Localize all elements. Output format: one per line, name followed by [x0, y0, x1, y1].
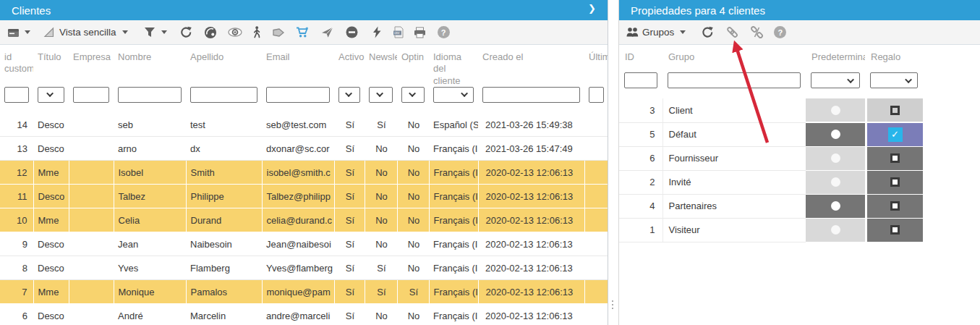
group-name-filter-input[interactable]	[668, 72, 801, 88]
help-icon[interactable]: ?	[774, 26, 786, 38]
filter-caret-icon[interactable]	[161, 30, 167, 34]
col-newsletter[interactable]: Newsle	[365, 45, 397, 87]
client-row[interactable]: 10MmeCeliaDurandcelia@durand.cSíNoNoFran…	[0, 208, 608, 232]
col-firstname[interactable]: Nombre	[114, 45, 186, 87]
newsletter-filter-select[interactable]	[369, 87, 393, 103]
send-icon[interactable]	[320, 25, 335, 40]
cell-company	[69, 280, 114, 304]
view-mode-label[interactable]: Vista sencilla	[59, 27, 116, 38]
view-mode-caret-icon[interactable]	[122, 30, 128, 34]
refresh-icon[interactable]	[179, 25, 193, 40]
col-gift[interactable]: Regalo	[865, 45, 923, 72]
minus-circle-icon[interactable]	[345, 25, 359, 40]
gift-checkbox[interactable]: ✓	[867, 123, 923, 146]
col-optin[interactable]: Optin	[397, 45, 429, 87]
col-id[interactable]: id custom	[0, 45, 33, 87]
cell-last-name: Durand	[186, 208, 262, 232]
default-group-radio[interactable]	[806, 171, 865, 194]
property-mode-label[interactable]: Grupos	[642, 27, 674, 38]
col-title[interactable]: Título	[33, 45, 69, 87]
globe-icon[interactable]	[203, 25, 218, 40]
col-lastconn[interactable]: Últim	[584, 45, 608, 87]
default-group-radio[interactable]	[806, 195, 865, 218]
group-row[interactable]: 5Défaut✓	[619, 122, 923, 146]
id-filter-input[interactable]	[4, 87, 29, 103]
col-created[interactable]: Creado el	[478, 45, 584, 87]
client-row[interactable]: 8DescoYvesFlambergYves@flambergSíSíNoFra…	[0, 256, 608, 280]
cell-created: 2020-02-13 12:06:13	[478, 256, 584, 280]
eye-icon[interactable]	[228, 25, 242, 40]
default-group-radio[interactable]	[806, 123, 865, 146]
cell-last-conn	[584, 256, 608, 280]
gift-checkbox[interactable]	[867, 195, 923, 218]
col-company[interactable]: Empresa	[69, 45, 114, 87]
link-icon[interactable]	[725, 25, 739, 40]
col-lastname[interactable]: Apellido	[186, 45, 262, 87]
default-group-radio[interactable]	[806, 98, 865, 122]
group-row[interactable]: 3Client	[619, 98, 923, 122]
refresh-icon[interactable]	[700, 25, 715, 40]
cell-group-name: Fournisseur	[662, 146, 806, 170]
client-row[interactable]: 12MmeIsobelSmithisobel@smith.cSíNoNoFran…	[0, 161, 608, 185]
company-filter-input[interactable]	[73, 87, 109, 103]
title-filter-select[interactable]	[38, 87, 64, 103]
client-row[interactable]: 6DescoAndréMarcelinandre@marceliSíNoNoFr…	[0, 304, 608, 325]
grid-menu-icon[interactable]	[6, 25, 20, 40]
lastname-filter-input[interactable]	[190, 87, 257, 103]
group-row[interactable]: 1Visiteur	[619, 218, 923, 242]
tag-icon[interactable]	[271, 25, 286, 40]
default-group-radio[interactable]	[806, 147, 865, 170]
lastconn-filter-input[interactable]	[589, 87, 604, 103]
cell-language: Français (I	[429, 185, 478, 208]
print-icon[interactable]	[413, 25, 427, 40]
optin-filter-select[interactable]	[401, 87, 425, 103]
cell-first-name: seb	[114, 113, 186, 137]
groups-icon[interactable]	[625, 25, 639, 40]
group-row[interactable]: 6Fournisseur	[619, 146, 923, 170]
group-row[interactable]: 2Invité	[619, 170, 923, 194]
client-row[interactable]: 14Descosebtestseb@test.comSíSíNoEspañol …	[0, 113, 608, 137]
cell-group-id: 4	[619, 194, 662, 218]
gift-checkbox[interactable]	[867, 98, 923, 122]
bolt-icon[interactable]	[370, 25, 384, 40]
unlink-icon[interactable]	[749, 25, 764, 40]
active-filter-select[interactable]	[338, 87, 360, 103]
cell-optin: No	[397, 161, 429, 185]
gift-checkbox[interactable]	[867, 171, 923, 194]
gift-checkbox[interactable]	[867, 147, 923, 170]
help-icon[interactable]: ?	[438, 26, 450, 38]
gift-checkbox[interactable]	[867, 219, 923, 242]
collapse-panel-icon[interactable]: ❯	[588, 3, 596, 14]
client-row[interactable]: 13Descoarnodxdxonar@sc.corSíNoNoFrançais…	[0, 137, 608, 161]
walker-icon[interactable]	[250, 25, 264, 40]
cell-created: 2020-02-13 12:06:13	[478, 208, 584, 232]
default-filter-select[interactable]	[811, 72, 860, 88]
cell-optin: No	[397, 304, 429, 325]
col-group-name[interactable]: Grupo	[662, 45, 806, 72]
client-row[interactable]: 11DescoTalbezPhilippeTalbez@philippSíNoN…	[0, 185, 608, 208]
col-group-id[interactable]: ID	[619, 45, 662, 72]
property-mode-caret-icon[interactable]	[680, 30, 686, 34]
filter-icon[interactable]	[142, 25, 157, 40]
created-filter-input[interactable]	[482, 87, 580, 103]
csv-export-icon[interactable]: csv	[391, 25, 406, 40]
group-row[interactable]: 4Partenaires	[619, 194, 923, 218]
panel-splitter-handle[interactable]	[609, 294, 616, 316]
language-filter-select[interactable]	[433, 87, 474, 103]
col-active[interactable]: Activo	[334, 45, 365, 87]
client-row[interactable]: 9DescoJeanNaibesoinJean@naibesoiSíNoNoFr…	[0, 232, 608, 256]
grid-menu-caret-icon[interactable]	[25, 30, 30, 34]
gift-filter-select[interactable]	[870, 72, 918, 88]
col-email[interactable]: Email	[262, 45, 334, 87]
cell-title: Desco	[33, 137, 69, 161]
group-id-filter-input[interactable]	[624, 72, 657, 88]
default-group-radio[interactable]	[806, 219, 865, 242]
col-language[interactable]: Idioma del cliente	[429, 45, 478, 87]
cell-group-name: Visiteur	[662, 218, 806, 242]
view-mode-icon[interactable]	[42, 25, 56, 40]
client-row[interactable]: 7MmeMoniquePamalosmonique@pamSíSíSíFranç…	[0, 280, 608, 304]
email-filter-input[interactable]	[266, 87, 330, 103]
cart-icon[interactable]	[296, 25, 310, 40]
col-default[interactable]: Predetermina	[806, 45, 865, 72]
firstname-filter-input[interactable]	[118, 87, 182, 103]
